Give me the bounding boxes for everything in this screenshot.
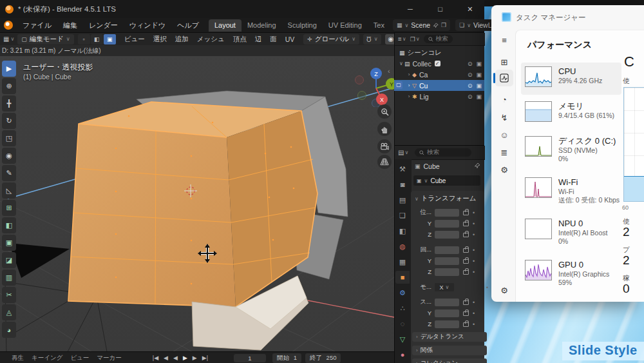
vertex-select-button[interactable]: ▫ <box>78 34 90 44</box>
perf-item-gpu[interactable]: GPU 0 Intel(R) Graphics 59% <box>521 256 621 295</box>
tab-output[interactable]: ▤ <box>395 193 410 206</box>
perf-item-wifi[interactable]: Wi-Fi Wi-Fi 送信: 0 受信: 0 Kbps <box>521 173 621 212</box>
tab-world[interactable]: ◍ <box>395 240 410 253</box>
animate-dot[interactable]: • <box>473 321 475 328</box>
tool-transform[interactable]: ◉ <box>2 148 16 164</box>
section-collections[interactable]: › コレクション <box>412 358 487 363</box>
properties-search-input[interactable]: 検索 <box>415 148 471 157</box>
rotation-mode-dropdown[interactable]: X ∨ <box>435 283 454 291</box>
previous-keyframe-button[interactable]: ◀ <box>164 355 168 361</box>
perf-item-npu[interactable]: NPU 0 Intel(R) AI Boost 0% <box>521 215 621 253</box>
menu-help[interactable]: ヘルプ <box>171 19 205 32</box>
lock-icon[interactable] <box>463 322 469 327</box>
menu-add[interactable]: 追加 <box>175 35 189 44</box>
nav-processes[interactable]: ⊞ <box>498 55 511 68</box>
new-scene-icon[interactable]: ❐ <box>441 22 446 28</box>
tab-material[interactable]: ● <box>395 348 410 361</box>
jump-to-start-button[interactable]: |◀ <box>153 355 158 361</box>
toggle-perspective-button[interactable] <box>377 155 392 169</box>
zoom-button[interactable] <box>377 104 392 119</box>
tool-extrude[interactable]: ◧ <box>2 217 16 233</box>
editor-type-icon[interactable]: ▤ <box>398 149 404 156</box>
tool-add-cube[interactable]: ⊞ <box>2 200 16 216</box>
nav-details[interactable]: ≣ <box>498 146 511 159</box>
lock-icon[interactable] <box>463 311 469 316</box>
menu-file[interactable]: ファイル <box>17 19 57 32</box>
nav-settings[interactable]: ⚙ <box>498 284 511 297</box>
menu-window[interactable]: ウィンドウ <box>124 19 171 32</box>
tab-particles[interactable]: ∴ <box>395 302 410 315</box>
nav-app-history[interactable]: ◔ <box>498 93 511 106</box>
blender-logo-icon[interactable] <box>4 21 13 30</box>
nav-users[interactable]: ☺ <box>498 128 511 141</box>
lock-icon[interactable] <box>463 259 469 264</box>
next-keyframe-button[interactable]: ▶ <box>193 355 197 361</box>
tab-collection[interactable]: ▦ <box>395 255 410 268</box>
tool-annotate[interactable]: ✎ <box>2 165 16 181</box>
camera-view-button[interactable] <box>377 139 392 153</box>
tool-poly-build[interactable]: ◬ <box>2 304 16 320</box>
timeline-menu-view[interactable]: ビュー <box>70 354 89 362</box>
disclosure-closed-icon[interactable]: › <box>406 93 412 99</box>
menu-uv[interactable]: UV <box>285 35 295 43</box>
scene-selector[interactable]: ▦ ∨ Scene ❐ <box>393 19 450 31</box>
workspace-tab-texture[interactable]: Tex <box>368 19 390 32</box>
frame-end-field[interactable]: 終了 250 <box>305 353 341 363</box>
tab-render[interactable]: ◙ <box>395 178 410 191</box>
gizmo-axis-negy[interactable] <box>358 92 366 100</box>
region-collapse-chevron[interactable]: ‹ <box>388 67 390 75</box>
location-x-field[interactable] <box>435 209 459 217</box>
disclosure-open-icon[interactable]: ∨ <box>398 61 404 66</box>
nav-services[interactable]: ⚙ <box>498 163 511 176</box>
gizmo-axis-negx[interactable] <box>355 76 364 84</box>
tab-physics[interactable]: ◌ <box>395 317 410 330</box>
perf-item-cpu[interactable]: CPU 29% 4.26 GHz <box>521 63 621 95</box>
tool-loop-cut[interactable]: ▥ <box>2 270 16 286</box>
timeline-menu-marker[interactable]: マーカー <box>97 354 121 362</box>
scale-z-field[interactable] <box>435 320 459 328</box>
perf-item-memory[interactable]: メモリ 9.4/15.4 GB (61%) <box>521 97 621 130</box>
disclosure-closed-icon[interactable]: › <box>406 72 412 77</box>
outliner-search-input[interactable]: 検索 <box>424 35 453 43</box>
jump-to-end-button[interactable]: ▶| <box>202 355 208 361</box>
workspace-tab-layout[interactable]: Layout <box>209 19 242 32</box>
play-button[interactable]: ▶ <box>183 355 187 361</box>
lock-icon[interactable] <box>463 300 469 305</box>
tool-inset[interactable]: ▣ <box>2 235 16 251</box>
outliner-row-collection[interactable]: ∨ ▤ Collec ✓ ⊙ ▣ <box>394 58 484 69</box>
viewport-3d[interactable]: D: 3.21 m (3.21 m) ノーマル(法線) <box>0 45 394 351</box>
face-select-button[interactable]: ▣ <box>104 34 116 44</box>
breadcrumb-object[interactable]: Cube <box>424 162 440 170</box>
section-relations[interactable]: › 関係 <box>412 346 487 355</box>
workspace-tab-modeling[interactable]: Modeling <box>242 19 282 32</box>
menu-face[interactable]: 面 <box>270 35 277 44</box>
nav-startup-apps[interactable]: ↯ <box>498 111 511 124</box>
section-delta-transform[interactable]: › デルタトランス <box>412 332 487 342</box>
animate-dot[interactable]: • <box>473 221 475 227</box>
object-name-field[interactable]: ▣ ∨ Cube <box>413 175 480 186</box>
outliner-row-scene-collection[interactable]: ▦ シーンコレ <box>394 47 484 58</box>
transform-panel-header[interactable]: ∨ トランスフォーム <box>415 194 477 203</box>
rotation-x-field[interactable] <box>435 246 459 254</box>
animate-dot[interactable]: • <box>473 231 475 238</box>
tool-scale[interactable]: ◳ <box>2 130 16 146</box>
tool-move[interactable]: ╋ <box>2 95 16 112</box>
camera-visibility-icon[interactable]: ▣ <box>476 83 482 89</box>
pin-icon[interactable] <box>433 23 439 28</box>
tool-spin[interactable]: ◕ <box>2 322 16 338</box>
display-mode-icon[interactable]: ❐ <box>410 36 415 43</box>
lock-icon[interactable] <box>463 211 469 215</box>
hide-eye-icon[interactable]: ⊙ <box>468 72 473 78</box>
filter-icon[interactable]: ≡ <box>398 35 402 43</box>
location-y-field[interactable] <box>435 220 459 228</box>
maximize-button[interactable]: □ <box>426 1 453 17</box>
lock-icon[interactable] <box>463 248 469 253</box>
frame-start-field[interactable]: 開始 1 <box>272 353 301 363</box>
mode-dropdown[interactable]: ▢ 編集モード ∨ <box>17 34 73 44</box>
tool-cursor[interactable]: ⊕ <box>2 78 16 94</box>
disclosure-closed-icon[interactable]: › <box>406 83 412 88</box>
timeline-menu-playback[interactable]: 再生 <box>12 354 24 362</box>
outliner-row-light[interactable]: › ✱ Lig ⊙ ▣ <box>394 91 484 102</box>
animate-dot[interactable]: • <box>473 299 475 306</box>
outliner-row-cube-selected[interactable]: ▢ › ▽ Cu ⊙ ▣ <box>394 80 484 91</box>
